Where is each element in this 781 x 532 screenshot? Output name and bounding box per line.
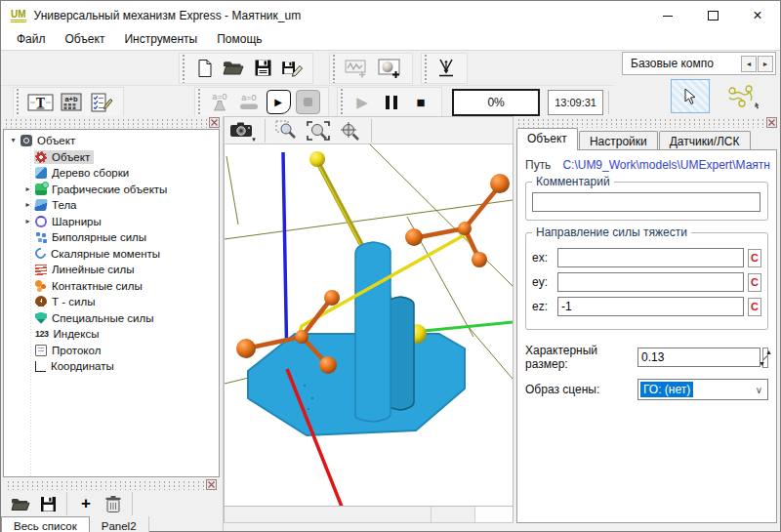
tree-item-assembly-tree[interactable]: Дерево сборки	[4, 165, 219, 182]
tree-item-special-forces[interactable]: Специальные силы	[4, 310, 219, 327]
bottom-strip	[224, 522, 780, 531]
scene-image-select[interactable]: ГО: (нет) ∨	[637, 379, 768, 400]
ey-input[interactable]	[557, 272, 744, 292]
ez-label: ez:	[532, 300, 557, 313]
new-model-button[interactable]	[189, 56, 219, 81]
panel-grip[interactable]	[516, 118, 777, 128]
tree-item-label: Тела	[52, 199, 77, 211]
menu-file[interactable]: Файл	[7, 30, 56, 50]
list-tabs: Весь список Panel2	[1, 516, 223, 532]
tree-item-label: Графические объекты	[52, 184, 167, 195]
tab-whole-list[interactable]: Весь список	[1, 516, 90, 532]
chevron-right-icon[interactable]: ▸	[21, 217, 34, 226]
zoom-center-button[interactable]	[335, 119, 364, 143]
chevron-down-icon[interactable]: ▾	[7, 136, 20, 145]
panel-grip[interactable]	[6, 480, 217, 490]
coordinates-icon	[35, 361, 46, 372]
zoom-window-button[interactable]	[272, 119, 302, 143]
tab-object[interactable]: Объект	[516, 128, 578, 150]
add-item-button[interactable]: +	[72, 492, 100, 515]
tree-item-bipolar-forces[interactable]: Биполярные силы	[4, 229, 219, 246]
new-object-wizard-button[interactable]	[373, 56, 406, 81]
save-as-button[interactable]	[277, 56, 307, 81]
load-list-button[interactable]	[7, 492, 34, 515]
stop-icon: ■	[416, 94, 425, 110]
tree-item-protocol[interactable]: Протокол	[4, 343, 219, 359]
equilibrium-button[interactable]: a=0	[234, 90, 264, 115]
size-input[interactable]	[637, 348, 760, 367]
start-simulation-button[interactable]: ▶	[264, 90, 293, 115]
ex-input[interactable]	[557, 248, 744, 267]
stop-animation-button[interactable]: ■	[406, 90, 435, 115]
ez-constant-button[interactable]: C	[748, 298, 761, 316]
close-button[interactable]: ×	[735, 1, 780, 30]
toolbar-grip[interactable]	[340, 88, 345, 117]
tree-item-object[interactable]: Объект	[4, 149, 219, 166]
tree-item-joints[interactable]: ▸ Шарниры	[4, 214, 219, 230]
save-model-button[interactable]	[248, 56, 277, 81]
menu-object[interactable]: Объект	[56, 30, 115, 50]
tree-item-selection: Биполярные силы	[34, 230, 150, 244]
tree-item-scalar-torques[interactable]: Скалярные моменты	[4, 246, 219, 263]
tab-panel2[interactable]: Panel2	[90, 516, 149, 532]
tree-item-graphic-objects[interactable]: ▸ Графические объекты	[4, 182, 219, 198]
save-icon	[40, 496, 57, 512]
tree-item-t-forces[interactable]: Т - силы	[4, 294, 219, 310]
ez-input[interactable]	[557, 297, 744, 316]
chevron-right-icon[interactable]: ▸	[21, 184, 34, 194]
toolbar-grip[interactable]	[197, 88, 202, 117]
tree-item-label: Линейные силы	[52, 264, 135, 275]
tree-item-contact-forces[interactable]: Контактные силы	[4, 278, 219, 295]
chevron-right-icon[interactable]: ▸	[21, 200, 34, 210]
text-editor-button[interactable]: T	[23, 90, 57, 115]
toolbar-grip[interactable]	[182, 54, 186, 83]
tree-item-linear-forces[interactable]: Линейные силы	[4, 262, 219, 278]
tree-item-bodies[interactable]: ▸ Тела	[4, 197, 219, 214]
panel-grip[interactable]	[4, 118, 220, 128]
tree-item-label: Протокол	[52, 345, 101, 356]
tree-item-coordinates[interactable]: Координаты	[4, 358, 219, 375]
maximize-button[interactable]	[690, 1, 735, 30]
tree-item-object-root[interactable]: ▾ Объект	[4, 133, 219, 149]
inspector-panel: Объект Настройки Датчики/ЛСК Путь C:\UM9…	[514, 116, 780, 523]
calculator-icon: a+b	[61, 93, 82, 111]
interrupt-button[interactable]	[293, 90, 322, 115]
palette-scroll-right-button[interactable]: ►	[758, 56, 773, 72]
viewport-3d-scene[interactable]	[225, 144, 513, 506]
save-list-button[interactable]	[34, 492, 62, 515]
comment-input[interactable]	[532, 192, 760, 212]
initial-conditions-button[interactable]: a=0	[205, 90, 234, 115]
zoom-fit-button[interactable]	[304, 119, 333, 143]
gravity-direction-button[interactable]	[432, 56, 461, 81]
ey-constant-button[interactable]: C	[748, 273, 761, 292]
delete-item-button[interactable]	[100, 492, 127, 515]
add-special-element-button[interactable]	[719, 80, 764, 112]
snapshot-button[interactable]: ▼	[228, 119, 258, 143]
pause-animation-button[interactable]	[377, 90, 406, 115]
play-animation-button[interactable]: ▶	[348, 90, 377, 115]
palette-scroll-left-button[interactable]: ◄	[741, 56, 757, 72]
ex-constant-button[interactable]: C	[748, 249, 761, 267]
toolbar-grip[interactable]	[16, 88, 21, 117]
edit-protocol-button[interactable]	[86, 90, 117, 115]
new-plot-window-button[interactable]	[340, 56, 373, 81]
tab-sensors-lsk[interactable]: Датчики/ЛСК	[659, 131, 751, 150]
toolbar-row-simulation: T a+b a=0 a=0 ▶	[1, 85, 614, 118]
path-value: C:\UM9_Work\models\UMExpert\Маятник_um	[562, 158, 770, 172]
inspector-content: Путь C:\UM9_Work\models\UMExpert\Маятник…	[516, 149, 777, 523]
panel-close-icon	[206, 479, 217, 490]
assembly-tree-icon	[35, 167, 47, 179]
toolbar-grip[interactable]	[332, 54, 337, 83]
select-mode-button[interactable]	[671, 79, 710, 113]
joints-icon	[35, 216, 47, 227]
toolbar-grip[interactable]	[424, 54, 429, 83]
tree-item-indices[interactable]: 123Индексы	[4, 326, 219, 343]
size-spinner[interactable]: ▲ ▼	[762, 348, 768, 368]
minimize-button[interactable]	[645, 1, 690, 30]
open-model-button[interactable]	[219, 56, 248, 81]
identifiers-button[interactable]: a+b	[57, 90, 86, 115]
menu-help[interactable]: Помощь	[207, 30, 271, 50]
tab-settings[interactable]: Настройки	[579, 131, 658, 150]
svg-text:a=0: a=0	[212, 92, 226, 102]
menu-tools[interactable]: Инструменты	[114, 30, 207, 50]
